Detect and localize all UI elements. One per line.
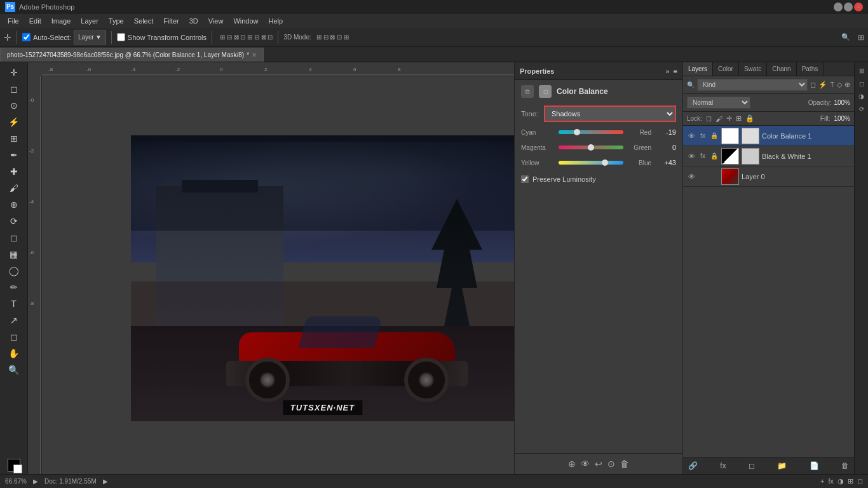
menu-type[interactable]: Type	[104, 16, 129, 26]
menu-3d[interactable]: 3D	[184, 16, 203, 26]
menu-image[interactable]: Image	[46, 16, 76, 26]
lock-pixels-icon[interactable]: 🖌	[715, 115, 722, 123]
delete-layer-icon[interactable]: 🗑	[841, 461, 849, 470]
wand-tool[interactable]: ⚡	[6, 114, 22, 130]
properties-strip-btn[interactable]: ⊞	[856, 65, 867, 76]
props-eye-icon[interactable]: 👁	[581, 459, 590, 469]
canvas-settings-icon[interactable]: ⊞	[848, 477, 853, 485]
shape-tool[interactable]: ◻	[6, 329, 22, 344]
lock-transparent-icon[interactable]: ◻	[706, 114, 712, 123]
lock-position-icon[interactable]: ✛	[726, 114, 732, 123]
selection-tool[interactable]: ◻	[6, 81, 22, 97]
tab-paths[interactable]: Paths	[797, 62, 824, 76]
magenta-green-slider[interactable]	[559, 142, 623, 152]
cyan-red-slider[interactable]	[559, 127, 623, 137]
layers-icon[interactable]: ◻	[857, 477, 863, 485]
foreground-color[interactable]	[8, 459, 20, 471]
tab-layers[interactable]: Layers	[683, 62, 713, 76]
yellow-blue-slider[interactable]	[559, 158, 623, 168]
menu-layer[interactable]: Layer	[76, 16, 104, 26]
create-group-icon[interactable]: 📁	[777, 461, 787, 470]
menu-view[interactable]: View	[203, 16, 229, 26]
background-color[interactable]	[13, 464, 22, 473]
dodge-tool[interactable]: ◯	[6, 263, 22, 278]
text-filter-icon[interactable]: T	[830, 81, 834, 89]
kind-select[interactable]: Kind	[697, 79, 808, 91]
expand-icon[interactable]: »	[665, 67, 669, 75]
auto-select-dropdown[interactable]: Layer ▼	[74, 30, 106, 44]
layer-item-color-balance[interactable]: 👁 fx 🔒 Color Balance 1	[683, 126, 854, 146]
history-tool[interactable]: ⟳	[6, 214, 22, 229]
lock-artboard-icon[interactable]: ⊞	[736, 114, 742, 123]
magenta-green-thumb[interactable]	[588, 144, 594, 151]
menu-filter[interactable]: Filter	[158, 16, 184, 26]
smartobj-filter-icon[interactable]: ⊕	[844, 81, 850, 89]
effects-icon[interactable]: fx	[828, 477, 834, 485]
opacity-value[interactable]: 100%	[834, 99, 850, 106]
tab-swatches[interactable]: Swatc	[739, 62, 767, 76]
props-reset-icon[interactable]: ↩	[595, 459, 602, 469]
blend-mode-select[interactable]: Normal	[687, 97, 750, 109]
layer-visibility-icon-2[interactable]: 👁	[687, 152, 696, 161]
adjustments-icon[interactable]: ◑	[837, 477, 844, 485]
clone-tool[interactable]: ⊕	[6, 197, 22, 212]
lasso-tool[interactable]: ⊙	[6, 98, 22, 113]
tab-color[interactable]: Color	[713, 62, 739, 76]
layer-item-black-white[interactable]: 👁 fx 🔒 Black & White 1	[683, 146, 854, 166]
pen-tool[interactable]: ✏	[6, 280, 22, 295]
document-tab[interactable]: photo-1527247043589-98e6ac08f56c.jpg @ 6…	[0, 48, 264, 62]
shape-filter-icon[interactable]: ◇	[837, 81, 842, 89]
cyan-red-thumb[interactable]	[574, 129, 580, 135]
create-layer-icon[interactable]: 📄	[810, 461, 819, 470]
menu-edit[interactable]: Edit	[24, 16, 46, 26]
menu-help[interactable]: Help	[264, 16, 288, 26]
text-tool[interactable]: T	[6, 296, 22, 311]
zoom-in-icon[interactable]: +	[820, 477, 824, 485]
history-strip-btn[interactable]: ⟳	[856, 103, 867, 114]
gradient-tool[interactable]: ▦	[6, 247, 22, 262]
menu-icon[interactable]: ≡	[674, 67, 677, 75]
adjustments-strip-btn[interactable]: ◑	[856, 90, 867, 102]
heal-tool[interactable]: ✚	[6, 164, 22, 179]
eraser-tool[interactable]: ◻	[6, 230, 22, 245]
link-layers-icon[interactable]: 🔗	[688, 461, 698, 470]
pixel-filter-icon[interactable]: ◻	[810, 81, 816, 89]
hand-tool[interactable]: ✋	[6, 346, 22, 361]
lock-all-icon[interactable]: 🔒	[745, 114, 754, 123]
add-style-icon[interactable]: fx	[720, 461, 726, 470]
layers-strip-btn[interactable]: ◻	[856, 78, 867, 89]
tab-channels[interactable]: Chann	[767, 62, 796, 76]
props-eye2-icon[interactable]: ⊙	[607, 459, 615, 469]
adjustment-filter-icon[interactable]: ⚡	[818, 81, 827, 89]
path-selection-tool[interactable]: ↗	[6, 313, 22, 328]
move-tool[interactable]: ✛	[6, 65, 22, 80]
menu-window[interactable]: Window	[228, 16, 263, 26]
maximize-button[interactable]: □	[844, 3, 853, 11]
props-snapshot-icon[interactable]: ⊕	[568, 459, 576, 469]
canvas-content[interactable]: TUTSXEN·NET	[42, 76, 514, 474]
menu-file[interactable]: File	[3, 16, 24, 26]
layer-fx-icon-1[interactable]: fx	[698, 132, 707, 140]
layer-visibility-icon-3[interactable]: 👁	[687, 172, 696, 181]
layer-item-layer0[interactable]: 👁 Layer 0	[683, 166, 854, 187]
brush-tool[interactable]: 🖌	[6, 180, 22, 196]
preserve-luminosity-checkbox[interactable]	[521, 175, 529, 183]
eyedropper-tool[interactable]: ✒	[6, 147, 22, 163]
search-icon[interactable]: 🔍	[841, 33, 850, 41]
yellow-blue-thumb[interactable]	[602, 159, 608, 166]
layer-visibility-icon-1[interactable]: 👁	[687, 132, 696, 140]
transform-controls-checkbox[interactable]	[117, 33, 125, 41]
tone-select[interactable]: Shadows Midtones Highlights	[544, 105, 676, 122]
tab-close-button[interactable]: ✕	[252, 51, 257, 58]
menu-select[interactable]: Select	[129, 16, 159, 26]
props-delete-icon[interactable]: 🗑	[620, 459, 629, 469]
fill-value[interactable]: 100%	[834, 115, 850, 122]
crop-tool[interactable]: ⊞	[6, 131, 22, 146]
close-button[interactable]: ✕	[854, 3, 863, 11]
zoom-tool[interactable]: 🔍	[6, 362, 22, 377]
add-mask-icon[interactable]: ◻	[749, 461, 755, 470]
auto-select-checkbox[interactable]	[22, 33, 31, 41]
layer-fx-icon-2[interactable]: fx	[698, 152, 707, 161]
minimize-button[interactable]: —	[834, 3, 843, 11]
layout-icon[interactable]: ⊞	[858, 33, 864, 42]
